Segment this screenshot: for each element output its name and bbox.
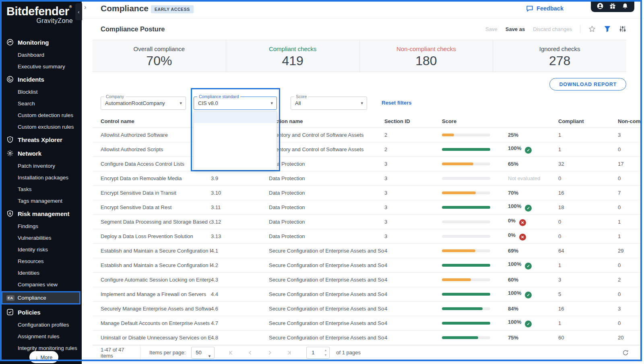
table-row[interactable]: Uninstall or Disable Unnecessary Service…: [93, 331, 641, 345]
sidebar-group-incidents[interactable]: Incidents: [0, 72, 82, 86]
table-row[interactable]: Establish and Maintain a Secure Configur…: [93, 244, 641, 258]
sidebar-item-identity-risks[interactable]: Identity risks: [0, 244, 82, 255]
chevron-left-icon: ‹: [78, 9, 79, 15]
score-percent: 25%: [508, 132, 518, 138]
sidebar-item-search[interactable]: Search: [0, 98, 82, 109]
chevron-down-icon: ▾: [270, 101, 273, 106]
gift-icon[interactable]: [609, 3, 616, 9]
first-page-button[interactable]: [228, 350, 234, 356]
col-header-compliant[interactable]: Compliant: [558, 118, 618, 124]
table-row[interactable]: Deploy a Data Loss Prevention Solution 3…: [93, 229, 641, 244]
compliance-standard-option[interactable]: [194, 158, 277, 170]
cell-compliant: 3: [558, 277, 618, 283]
sidebar-group-policies[interactable]: Policies: [0, 305, 82, 319]
table-row[interactable]: Configure Data Access Control Lists Data…: [93, 157, 641, 171]
company-select[interactable]: Company AutomationRootCompany ▾: [101, 97, 186, 110]
compliance-standard-select[interactable]: Compliance standard CIS v8.0 ▾: [194, 97, 277, 110]
sidebar-item-findings[interactable]: Findings: [0, 220, 82, 232]
main-content: › Compliance EARLY ACCESS Feedback Compl…: [82, 0, 644, 364]
score-bar-fill: [442, 148, 490, 151]
cell-compliant: 60: [558, 335, 618, 341]
score-bar-track: [442, 191, 490, 194]
table-row[interactable]: Establish and Maintain a Secure Configur…: [93, 258, 641, 273]
table-row[interactable]: Encrypt Data on Removable Media 3.9 Data…: [93, 171, 641, 186]
sidebar-item-patch-inventory[interactable]: Patch inventory: [0, 160, 82, 172]
spinner-down-icon[interactable]: ▼: [324, 353, 327, 358]
compliance-standard-option[interactable]: [194, 111, 277, 123]
save-button[interactable]: Save: [485, 26, 497, 32]
col-header-non-compliant[interactable]: Non-compliant: [618, 118, 641, 124]
next-page-button[interactable]: [267, 350, 272, 356]
sidebar-item-custom-detection-rules[interactable]: Custom detection rules: [0, 109, 82, 121]
save-as-button[interactable]: Save as: [506, 26, 525, 32]
filter-funnel-icon[interactable]: [604, 25, 611, 33]
table-row[interactable]: Allowlist Authorized Scripts Inventory a…: [93, 142, 641, 157]
items-per-page-select[interactable]: 50 ▾: [191, 347, 215, 359]
score-bar-track: [442, 336, 490, 339]
compliance-standard-option[interactable]: [194, 146, 277, 158]
reset-filters-link[interactable]: Reset filters: [382, 100, 411, 106]
score-percent: 100%: [508, 203, 521, 209]
col-header-score[interactable]: Score: [442, 118, 508, 124]
download-report-button[interactable]: DOWNLOAD REPORT: [549, 78, 626, 90]
sidebar-item-assignment-rules[interactable]: Assignment rules: [0, 331, 82, 342]
more-button[interactable]: ↓ More: [29, 351, 58, 363]
sidebar-item-blocklist[interactable]: Blocklist: [0, 86, 82, 98]
column-settings-sliders-icon[interactable]: [619, 25, 626, 33]
discard-changes-button[interactable]: Discard changes: [533, 26, 572, 32]
table-row[interactable]: Implement and Manage a Firewall on Serve…: [93, 287, 641, 302]
last-page-button[interactable]: [286, 350, 292, 356]
sidebar-collapse-button[interactable]: ‹: [75, 3, 82, 20]
sidebar-item-companies-view[interactable]: Companies view: [0, 279, 82, 290]
sidebar-item-custom-exclusion-rules[interactable]: Custom exclusion rules: [0, 121, 82, 133]
col-header-section-name[interactable]: Section name: [269, 118, 384, 124]
cell-control-id: 4.8: [211, 335, 269, 341]
sidebar-item-identities[interactable]: Identities: [0, 267, 82, 279]
table-row[interactable]: Allowlist Authorized Software Inventory …: [93, 128, 641, 142]
table-row[interactable]: Segment Data Processing and Storage Base…: [93, 215, 641, 229]
sidebar-item-tags-management[interactable]: Tags management: [0, 195, 82, 207]
cell-score-value: 75%: [508, 335, 558, 341]
cell-score-bar: [442, 134, 508, 136]
score-bar-track: [442, 148, 490, 151]
notifications-bell-icon[interactable]: [622, 3, 628, 9]
table-row[interactable]: Encrypt Sensitive Data in Transit 3.10 D…: [93, 186, 641, 200]
cell-score-bar: [442, 220, 508, 223]
cell-section-name: Data Protection: [269, 204, 384, 210]
items-per-page-label: Items per page:: [149, 350, 186, 356]
compliance-standard-option[interactable]: [194, 123, 277, 135]
compliance-standard-menu: [194, 111, 277, 170]
page-number-input[interactable]: 1 ▲ ▼: [306, 347, 330, 359]
cell-section-id: 4: [384, 262, 442, 268]
feedback-button[interactable]: Feedback: [526, 5, 564, 12]
score-select[interactable]: Score All ▾: [291, 97, 367, 110]
sidebar-group-monitoring[interactable]: Monitoring: [0, 35, 82, 49]
cell-compliant: 1: [558, 262, 618, 268]
brand-logo: Bitdefender® GravityZone: [0, 0, 82, 32]
previous-page-button[interactable]: [248, 350, 253, 356]
sidebar-group-risk-management[interactable]: Risk management: [0, 207, 82, 220]
spinner-up-icon[interactable]: ▲: [324, 348, 327, 353]
favorite-star-icon[interactable]: [588, 25, 596, 33]
refresh-icon[interactable]: [622, 350, 629, 356]
table-row[interactable]: Manage Default Accounts on Enterprise As…: [93, 316, 641, 331]
sidebar-item-compliance[interactable]: EA Compliance: [1, 291, 80, 304]
col-header-section-id[interactable]: Section ID: [384, 118, 442, 124]
sidebar-item-dashboard[interactable]: Dashboard: [0, 49, 82, 61]
sidebar-item-vulnerabilities[interactable]: Vulnerabilities: [0, 232, 82, 244]
table-row[interactable]: Encrypt Sensitive Data at Rest 3.11 Data…: [93, 200, 641, 215]
sidebar-item-tasks[interactable]: Tasks: [0, 183, 82, 195]
table-row[interactable]: Securely Manage Enterprise Assets and So…: [93, 302, 641, 316]
sidebar-item-installation-packages[interactable]: Installation packages: [0, 172, 82, 183]
user-account-icon[interactable]: [597, 3, 603, 9]
early-access-badge: EARLY ACCESS: [151, 5, 194, 13]
sidebar-item-executive-summary[interactable]: Executive summary: [0, 61, 82, 72]
sidebar-group-network[interactable]: Network: [0, 146, 82, 160]
table-row[interactable]: Configure Automatic Session Locking on E…: [93, 273, 641, 287]
sidebar-group-threats-xplorer[interactable]: Threats Xplorer: [0, 133, 82, 146]
score-bar-track: [442, 307, 490, 310]
cell-control-id: 4.1: [211, 248, 269, 254]
sidebar-item-resources[interactable]: Resources: [0, 255, 82, 267]
compliance-standard-option[interactable]: [194, 135, 277, 146]
sidebar-item-configuration-profiles[interactable]: Configuration profiles: [0, 319, 82, 331]
